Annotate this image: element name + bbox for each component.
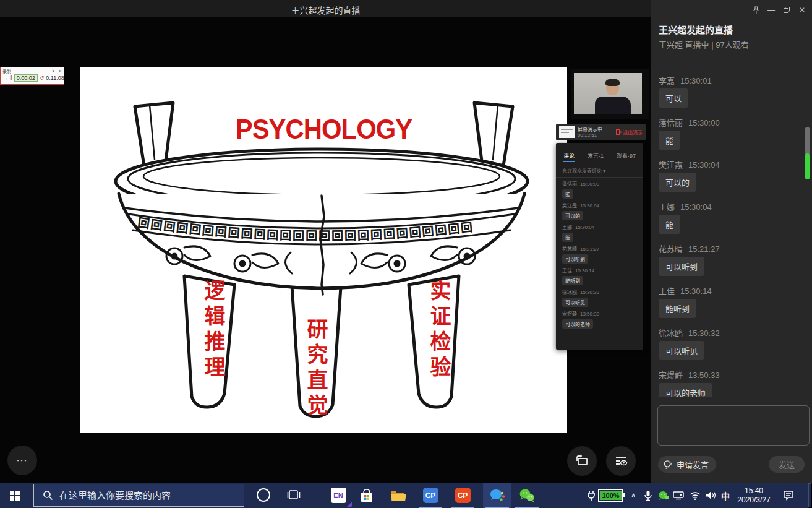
exit-presentation-button[interactable]: 退出演示 — [616, 129, 643, 136]
share-timer: 00:12:51 — [578, 132, 602, 138]
close-button[interactable]: ✕ — [797, 5, 807, 15]
mini-panel-collapse[interactable]: — — [635, 144, 639, 149]
more-options-button[interactable]: ⋯ — [7, 446, 37, 475]
cp-orange-app-icon[interactable]: CP — [448, 483, 477, 508]
battery-percent: 100% — [602, 492, 619, 499]
stage-title: 王兴超发起的直播 — [0, 4, 651, 16]
microphone-tray-icon[interactable] — [642, 483, 654, 508]
request-speak-button[interactable]: 申请发言 — [658, 456, 716, 473]
wechat-work-app-icon[interactable] — [483, 483, 511, 508]
chat-message: 徐冰鸥15:30:32可以听见 — [659, 328, 803, 360]
chat-message: 潘恬丽15:30:00能 — [659, 118, 803, 150]
wifi-tray-icon[interactable] — [688, 483, 703, 508]
start-button[interactable] — [0, 483, 30, 508]
rec-replay-button[interactable]: ↺ — [40, 75, 45, 81]
rec-toolbar-title: 录制 — [2, 68, 11, 74]
pin-icon[interactable] — [751, 5, 761, 15]
windows-logo-icon — [10, 491, 20, 501]
mini-message: 樊江霞15:30:04可以的 — [562, 202, 639, 220]
taskbar-clock[interactable]: 15:40 2020/3/27 — [733, 483, 775, 508]
mini-message: 王娜15:30:04能 — [562, 224, 639, 242]
chat-title: 王兴超发起的直播 — [659, 23, 733, 36]
task-view-button[interactable] — [286, 488, 302, 504]
taskbar-search-box[interactable] — [33, 484, 244, 507]
chat-message: 樊江霞15:30:04可以的 — [659, 160, 803, 192]
chat-scrollbar[interactable] — [805, 127, 810, 179]
live-stage: 王兴超发起的直播 — [0, 0, 651, 483]
file-explorer-icon[interactable] — [383, 483, 412, 508]
wechat-tray-icon[interactable] — [657, 483, 670, 508]
slide-leg-label-1: 逻辑推理 — [203, 280, 224, 381]
rec-caret-icon[interactable]: ▾ — [52, 69, 54, 73]
mini-message: 王佳15:30:14能听到 — [562, 267, 639, 285]
message-input[interactable] — [657, 405, 810, 446]
rotate-screen-icon — [574, 453, 590, 469]
show-desktop-button[interactable] — [808, 483, 812, 508]
presenter-silhouette — [595, 97, 631, 114]
screen: 王兴超发起的直播 — [0, 0, 812, 508]
mini-message: 宋煜静13:50:33可以的老师 — [562, 311, 639, 329]
mini-message: 花苏晴15:21:27可以听到 — [562, 246, 639, 264]
restore-button[interactable] — [782, 5, 792, 15]
taskbar-separator — [315, 488, 315, 503]
minimize-button[interactable]: — — [766, 5, 776, 15]
wechat-app-icon[interactable] — [513, 483, 541, 508]
chat-message: 王佳15:30:14能听到 — [659, 286, 803, 318]
exit-icon — [616, 129, 622, 135]
text-caret — [664, 411, 664, 423]
rec-total-time: 0:11:08 — [46, 75, 64, 81]
speak-icon — [663, 459, 673, 470]
task-view-icon — [286, 488, 301, 502]
slide-leg-label-2: 研究直觉 — [306, 318, 327, 420]
chat-message: 花苏晴15:21:27可以听到 — [659, 244, 803, 276]
chat-message: 宋煜静13:50:33可以的老师 — [659, 370, 803, 397]
action-center-icon[interactable] — [781, 483, 796, 508]
mini-comment-panel: — 评论 发言·1 观看·97 允许观众发表评论 ▾ 潘恬丽15:30:00能 … — [556, 143, 643, 350]
slide-leg-label-3: 实证检验 — [429, 280, 450, 381]
power-plug-icon[interactable] — [585, 483, 597, 508]
hidden-icons-chevron[interactable]: ∧ — [628, 483, 639, 508]
list-eye-icon — [613, 453, 629, 469]
rec-pause-button[interactable]: ‖ — [10, 75, 12, 81]
chevron-down-icon: ▾ — [603, 168, 605, 174]
rotate-screen-button[interactable] — [567, 446, 597, 476]
screen-share-bar: 屏幕演示中 00:12:51 退出演示 — [556, 124, 646, 140]
chat-panel: — ✕ 王兴超发起的直播 王兴超 直播中 | 97人观看 李嘉15:30:01可… — [651, 0, 812, 483]
cp-blue-app-icon[interactable]: CP — [416, 483, 445, 508]
cortana-button[interactable] — [257, 488, 270, 502]
chat-message: 王娜15:30:04能 — [659, 202, 803, 234]
mini-message: 徐冰鸥15:30:32可以听见 — [562, 289, 639, 307]
presenter-video-frame — [574, 73, 642, 114]
mini-message: 潘恬丽15:30:00能 — [562, 181, 639, 199]
mini-tab-speakers[interactable]: 发言·1 — [588, 152, 604, 162]
send-button[interactable]: 发送 — [769, 456, 805, 473]
search-icon — [43, 490, 53, 501]
share-status: 屏幕演示中 — [578, 127, 602, 132]
microsoft-store-icon[interactable] — [353, 483, 381, 508]
rec-close-icon[interactable]: ✕ — [58, 69, 62, 73]
ppt-recording-toolbar: 录制 ▾ ✕ → ‖ 0:00:02 ↺ 0:11:08 — [0, 67, 64, 85]
window-controls: — ✕ — [751, 5, 807, 15]
search-input[interactable] — [59, 490, 233, 501]
presenter-video-thumbnail[interactable] — [571, 69, 649, 119]
stage-titlebar: 王兴超发起的直播 — [0, 0, 651, 17]
divider — [651, 59, 812, 59]
volume-tray-icon[interactable] — [704, 483, 717, 508]
presentation-slide: 回回回回回回回回回回回回回回回回回回回回回回回回回回 PSYCHOLOGY 逻辑… — [80, 67, 567, 433]
scrollbar-live-indicator — [805, 153, 810, 179]
rec-elapsed-time: 0:00:02 — [14, 74, 38, 82]
taskbar: EN CP CP — [0, 483, 812, 508]
mini-tab-comments[interactable]: 评论 — [563, 152, 575, 162]
clock-time: 15:40 — [745, 486, 763, 496]
battery-indicator[interactable]: 100% — [598, 489, 623, 502]
slide-heading: PSYCHOLOGY — [93, 114, 555, 145]
mini-tab-viewers[interactable]: 观看·97 — [617, 152, 636, 162]
rec-next-button[interactable]: → — [2, 75, 8, 81]
chat-subtitle: 王兴超 直播中 | 97人观看 — [659, 38, 749, 50]
comment-visibility-button[interactable] — [606, 446, 636, 476]
share-thumbnail — [559, 126, 575, 138]
allow-comments-dropdown[interactable]: 允许观众发表评论 ▾ — [562, 167, 605, 174]
endnote-app-icon[interactable]: EN — [324, 483, 353, 508]
ime-indicator[interactable]: 中 — [719, 483, 732, 508]
display-cast-tray-icon[interactable] — [672, 483, 685, 508]
